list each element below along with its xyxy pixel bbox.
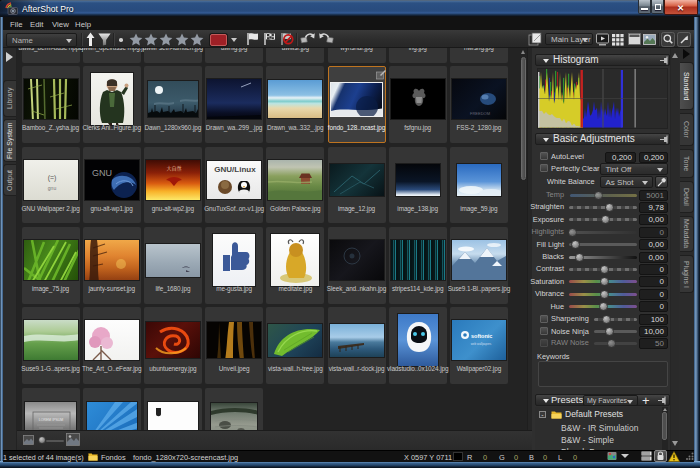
svg-text:(=): (=) — [47, 174, 56, 182]
svg-text:softonic: softonic — [471, 333, 492, 339]
svg-text:GNU: GNU — [92, 168, 112, 178]
svg-text:gnu: gnu — [47, 185, 56, 191]
svg-text:大自然: 大自然 — [166, 165, 181, 172]
svg-text:GNU/Linux: GNU/Linux — [214, 165, 256, 174]
svg-text:LOREM IPSUM: LOREM IPSUM — [39, 418, 64, 422]
svg-text:web wallpapers: web wallpapers — [471, 342, 492, 346]
svg-text:FREEDOM: FREEDOM — [470, 111, 490, 116]
